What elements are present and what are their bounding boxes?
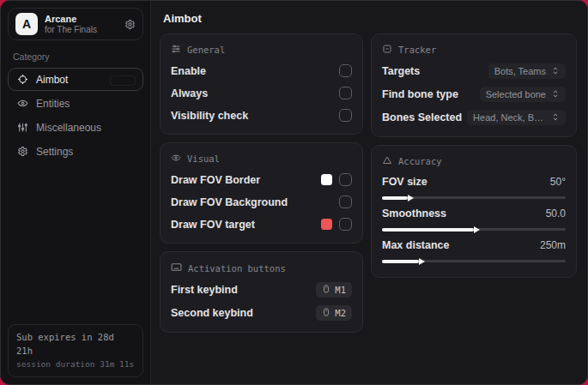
panel-title: General [187,45,225,55]
sub-expiry-text: Sub expires in 28d 21h [16,331,135,358]
mouse-icon [322,307,330,319]
setting-row: Smoothness 50.0 [382,208,566,231]
right-column: Tracker Targets Bots, Teams [371,33,577,340]
setting-row: Bones Selected Head, Neck, Body, Pe... [382,110,566,125]
max-distance-slider[interactable] [382,260,566,262]
panel-general: General Enable Always Visibility check [160,33,363,135]
panel-title: Tracker [398,45,436,55]
setting-row: Find bone type Selected bone [382,87,566,102]
enable-checkbox[interactable] [339,64,352,77]
app-name: Arcane [45,14,118,25]
panel-title: Activation buttons [188,263,286,274]
panel-title: Accuracy [398,156,442,166]
setting-row: Targets Bots, Teams [382,63,566,79]
sidebar-item-label: Entities [36,98,70,110]
setting-row: Enable [171,63,352,78]
eye-icon [171,153,181,165]
box-minus-icon [382,44,392,56]
app-logo: A [15,13,38,35]
triangle-icon [382,155,392,167]
sidebar: A Arcane for The Finals Category [1,1,151,384]
category-label: Category [13,51,138,62]
fov-border-color-swatch[interactable] [321,174,332,185]
fov-target-checkbox[interactable] [339,218,352,231]
sidebar-item-settings[interactable]: Settings [8,140,143,163]
sidebar-item-miscellaneous[interactable]: Miscellaneous [8,116,143,139]
gear-icon [16,146,28,157]
slider-thumb[interactable] [382,260,419,263]
crosshair-icon [16,74,28,85]
fov-target-color-swatch[interactable] [321,219,332,230]
sidebar-item-label: Aimbot [36,74,68,86]
hover-ghost-badge [110,75,136,86]
app-subtitle: for The Finals [45,25,118,35]
brand-card: A Arcane for The Finals [8,8,143,40]
keyboard-icon [171,262,182,274]
fov-size-slider[interactable] [382,196,566,199]
fov-size-value: 50° [550,176,566,188]
setting-row: Draw FOV target [171,217,352,232]
first-keybind-button[interactable]: M1 [316,282,352,298]
sidebar-item-label: Settings [36,146,73,158]
second-keybind-button[interactable]: M2 [316,305,352,321]
mouse-icon [322,284,330,296]
setting-row: First keybind M1 [171,282,352,298]
bones-selected-dropdown[interactable]: Head, Neck, Body, Pe... [467,110,566,125]
subscription-info-card: Sub expires in 28d 21h session duration … [8,324,143,377]
setting-row: Max distance 250m [382,239,566,262]
chevrons-up-down-icon [551,112,560,123]
session-duration-text: session duration 31m 11s [16,358,135,370]
slider-thumb[interactable] [382,228,474,232]
chevrons-up-down-icon [551,89,560,100]
setting-row: Second keybind M2 [171,305,352,321]
sidebar-item-aimbot[interactable]: Aimbot [8,68,143,91]
entities-icon [16,98,28,109]
left-column: General Enable Always Visibility check [160,33,363,340]
sliders-horizontal-icon [171,44,181,56]
fov-background-checkbox[interactable] [339,196,352,208]
setting-row: Always [171,86,352,100]
panel-visual: Visual Draw FOV Border Draw FOV Backgrou… [160,142,363,244]
smoothness-value: 50.0 [546,208,566,220]
page-title: Aimbot [163,12,577,25]
sidebar-item-label: Miscellaneous [36,122,101,134]
panel-activation-buttons: Activation buttons First keybind M1 [160,251,363,333]
slider-thumb[interactable] [382,196,408,200]
visibility-check-checkbox[interactable] [339,109,352,122]
smoothness-slider[interactable] [382,228,566,231]
app-window: A Arcane for The Finals Category [0,0,588,385]
panel-accuracy: Accuracy FOV size 50° Smoothness [371,145,577,278]
sidebar-item-entities[interactable]: Entities [8,92,143,115]
setting-row: Draw FOV Border [171,172,352,187]
setting-row: FOV size 50° [382,176,566,199]
always-checkbox[interactable] [339,87,352,99]
panel-title: Visual [187,153,220,164]
find-bone-type-dropdown[interactable]: Selected bone [480,87,566,102]
targets-dropdown[interactable]: Bots, Teams [488,63,566,79]
max-distance-value: 250m [540,239,566,251]
panel-tracker: Tracker Targets Bots, Teams [371,33,577,137]
chevrons-up-down-icon [551,66,560,77]
gear-icon[interactable] [124,19,136,30]
fov-border-checkbox[interactable] [339,173,352,186]
setting-row: Visibility check [171,108,352,123]
main-content: Aimbot General [151,1,587,384]
setting-row: Draw FOV Background [171,195,352,209]
sliders-icon [16,122,28,133]
